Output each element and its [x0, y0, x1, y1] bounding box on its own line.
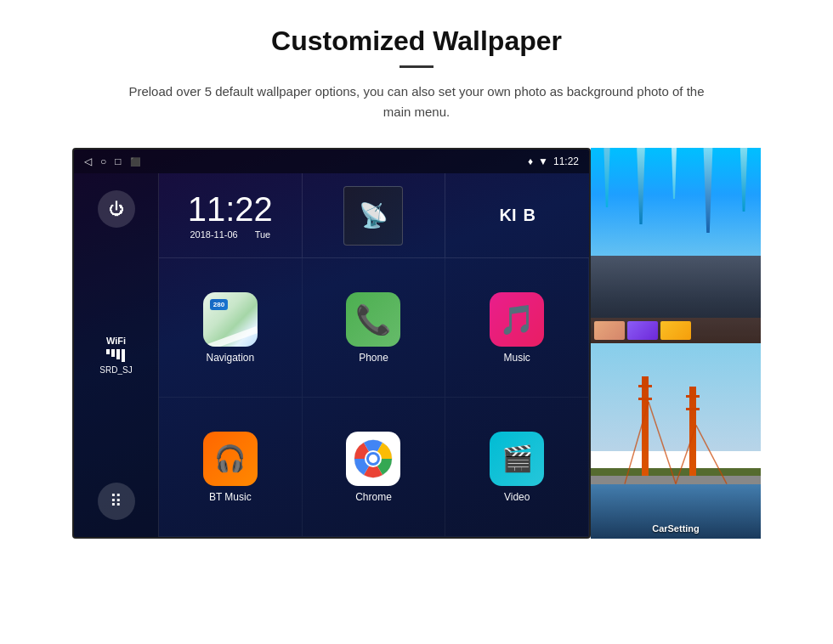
screen-sidebar: ⏻ WiFi SRD_SJ ⠿	[74, 173, 159, 537]
home-icon[interactable]: ○	[100, 155, 106, 167]
wifi-label: WiFi	[99, 336, 132, 346]
svg-line-4	[625, 402, 649, 484]
back-icon[interactable]: ◁	[84, 155, 92, 167]
video-label: Video	[504, 491, 530, 503]
ki-label: KI	[499, 206, 516, 225]
apps-button[interactable]: ⠿	[98, 483, 135, 520]
clock-section: 11:22 2018-11-06 Tue	[159, 173, 303, 257]
phone-label: Phone	[359, 352, 388, 364]
page-title: Customized Wallpaper	[68, 25, 765, 57]
screen-main: 11:22 2018-11-06 Tue 📡 KI	[159, 173, 589, 537]
power-icon: ⏻	[109, 201, 124, 218]
clock-time: 11:22	[188, 192, 273, 226]
preview-strip	[591, 318, 761, 343]
video-icon: 🎬	[490, 432, 544, 486]
svg-line-6	[676, 426, 696, 484]
app-grid: 280 Navigation 📞 Phone	[159, 258, 589, 537]
app-cell-phone[interactable]: 📞 Phone	[303, 258, 446, 398]
svg-line-5	[649, 402, 676, 484]
screenshot-icon[interactable]: ⬛	[130, 157, 140, 167]
media-section: 📡	[303, 173, 446, 257]
page-header: Customized Wallpaper Preload over 5 defa…	[0, 0, 833, 139]
extra-section: KI B	[445, 173, 589, 257]
music-label: Music	[503, 352, 530, 364]
b-label: B	[523, 206, 535, 225]
title-divider	[400, 65, 434, 68]
app-cell-chrome[interactable]: Chrome	[303, 398, 446, 537]
app-cell-btmusic[interactable]: 🎧 BT Music	[159, 398, 303, 537]
clock-date-value: 2018-11-06	[190, 229, 237, 240]
svg-line-7	[696, 426, 727, 484]
music-icon: 🎵	[490, 292, 544, 347]
android-screen: ◁ ○ □ ⬛ ♦ ▼ 11:22 ⏻ WiFi	[72, 148, 591, 539]
wallpaper-ice-cave[interactable]	[591, 148, 761, 343]
wifi-ssid: SRD_SJ	[99, 365, 132, 375]
media-icon-box[interactable]: 📡	[343, 186, 403, 246]
status-time: 11:22	[553, 155, 579, 167]
cast-icon: 📡	[359, 201, 388, 229]
wifi-info: WiFi SRD_SJ	[99, 336, 132, 375]
status-right: ♦ ▼ 11:22	[528, 155, 579, 167]
phone-icon: 📞	[346, 292, 400, 347]
apps-icon: ⠿	[110, 491, 122, 511]
svg-point-3	[369, 455, 377, 463]
right-panels: CarSetting	[591, 148, 761, 539]
bridge-scene: CarSetting	[591, 343, 761, 539]
top-info: 11:22 2018-11-06 Tue 📡 KI	[159, 173, 589, 258]
app-cell-navigation[interactable]: 280 Navigation	[159, 258, 303, 398]
navigation-label: Navigation	[206, 352, 254, 364]
bridge-cables	[591, 343, 761, 539]
page-subtitle: Preload over 5 default wallpaper options…	[119, 82, 714, 122]
chrome-label: Chrome	[355, 491, 392, 503]
wifi-icon: ▼	[538, 155, 548, 167]
clock-day: Tue	[255, 229, 271, 240]
location-icon: ♦	[528, 155, 533, 167]
chrome-svg	[352, 438, 394, 480]
chrome-icon	[346, 432, 400, 486]
content-area: ◁ ○ □ ⬛ ♦ ▼ 11:22 ⏻ WiFi	[0, 139, 833, 539]
status-bar: ◁ ○ □ ⬛ ♦ ▼ 11:22	[74, 150, 589, 173]
app-cell-music[interactable]: 🎵 Music	[445, 258, 589, 398]
recent-icon[interactable]: □	[115, 155, 121, 167]
power-button[interactable]: ⏻	[98, 190, 135, 228]
wallpaper-carsetting[interactable]: CarSetting	[591, 343, 761, 539]
clock-date: 2018-11-06 Tue	[190, 229, 270, 240]
carsetting-label: CarSetting	[652, 523, 700, 534]
nav-badge: 280	[210, 299, 228, 310]
wifi-bars	[99, 349, 132, 362]
app-cell-video[interactable]: 🎬 Video	[445, 398, 589, 537]
navigation-icon: 280	[203, 292, 258, 347]
ice-cave-image	[591, 148, 761, 343]
icicles	[591, 148, 761, 226]
btmusic-icon: 🎧	[203, 432, 258, 486]
btmusic-label: BT Music	[209, 491, 252, 503]
screen-body: ⏻ WiFi SRD_SJ ⠿	[74, 173, 589, 537]
status-left: ◁ ○ □ ⬛	[84, 155, 140, 167]
